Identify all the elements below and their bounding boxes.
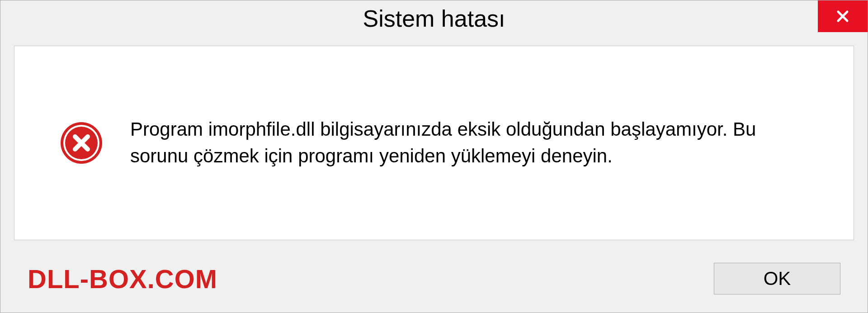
- close-button[interactable]: [818, 0, 868, 32]
- watermark-text: DLL-BOX.COM: [28, 264, 217, 294]
- content-area: Program imorphfile.dll bilgisayarınızda …: [14, 46, 854, 240]
- titlebar: Sistem hatası: [0, 0, 868, 37]
- error-dialog: Sistem hatası Program imorphfile.dll bil…: [0, 0, 868, 313]
- error-message: Program imorphfile.dll bilgisayarınızda …: [130, 116, 813, 170]
- dialog-title: Sistem hatası: [363, 5, 505, 32]
- ok-button[interactable]: OK: [714, 263, 840, 294]
- close-icon: [835, 9, 850, 24]
- error-icon: [60, 121, 103, 165]
- footer: DLL-BOX.COM OK: [0, 254, 868, 313]
